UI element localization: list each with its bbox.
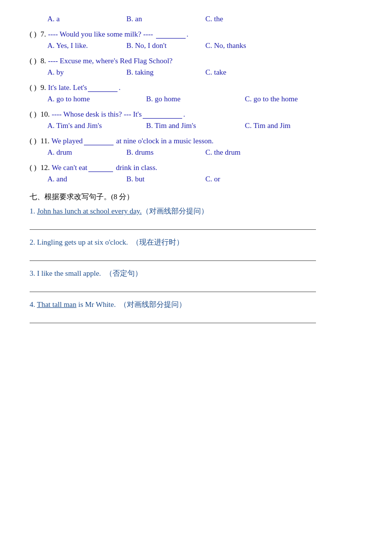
rewrite-1: 1. John has lunch at school every day.（对… <box>30 207 362 230</box>
rewrite-3-question: 3. I like the small apple.（否定句） <box>30 269 362 278</box>
question-7-block: ( ) 7. ---- Would you like some milk? --… <box>30 30 362 50</box>
q7-text: ---- Would you like some milk? ---- . <box>48 30 362 39</box>
q8-num: 8. <box>40 57 46 65</box>
rewrite-4-answer-line <box>30 313 316 323</box>
q9-text: It's late. Let's. <box>48 84 362 92</box>
rewrite-3: 3. I like the small apple.（否定句） <box>30 269 362 292</box>
q7-options: A. Yes, I like. B. No, I don't C. No, th… <box>30 42 362 50</box>
option-C: C. the <box>205 15 284 23</box>
question-10-line: ( ) 10. ---- Whose desk is this? --- It'… <box>30 110 362 119</box>
q12-num: 12. <box>40 164 50 172</box>
q9-options: A. go to home B. go home C. go to the ho… <box>30 95 362 103</box>
rewrite-2-answer-line <box>30 251 316 261</box>
q9-optB: B. go home <box>146 95 245 103</box>
rewrite-4-question: 4. That tall man is Mr White.（对画线部分提问） <box>30 300 362 309</box>
question-9-line: ( ) 9. It's late. Let's. <box>30 84 362 92</box>
q12-optA: A. and <box>47 175 126 183</box>
rewrite-2-instruction: （现在进行时） <box>132 238 184 246</box>
q12-optC: C. or <box>205 175 284 183</box>
rewrite-2-text: Lingling gets up at six o'clock. <box>37 238 128 246</box>
q8-optC: C. take <box>205 68 284 77</box>
rewrite-4: 4. That tall man is Mr White.（对画线部分提问） <box>30 300 362 323</box>
q11-parens: ( ) <box>30 137 39 145</box>
rewrite-2-question: 2. Lingling gets up at six o'clock.（现在进行… <box>30 238 362 247</box>
question-10-block: ( ) 10. ---- Whose desk is this? --- It'… <box>30 110 362 130</box>
question-11-line: ( ) 11. We played at nine o'clock in a m… <box>30 137 362 145</box>
q8-options: A. by B. taking C. take <box>30 68 362 77</box>
section7-title: 七、根据要求改写句子。(8 分） <box>30 192 362 202</box>
q7-optB: B. No, I don't <box>126 42 205 50</box>
q12-text: We can't eat drink in class. <box>52 164 362 172</box>
q11-optC: C. the drum <box>205 148 284 157</box>
q7-optA: A. Yes, I like. <box>47 42 126 50</box>
rewrite-4-text2: is Mr White. <box>77 300 116 308</box>
q10-text: ---- Whose desk is this? --- It's. <box>52 110 362 119</box>
option-A: A. a <box>47 15 126 23</box>
rewrite-3-answer-line <box>30 282 316 292</box>
q8-text: ---- Excuse me, where's Red Flag School? <box>48 57 362 65</box>
q9-optC: C. go to the home <box>245 95 344 103</box>
q7-parens: ( ) <box>30 30 39 39</box>
q10-optC: C. Tim and Jim <box>245 122 324 130</box>
q10-optA: A. Tim's and Jim's <box>47 122 146 130</box>
q9-num: 9. <box>40 84 46 92</box>
question-7-line: ( ) 7. ---- Would you like some milk? --… <box>30 30 362 39</box>
q11-num: 11. <box>40 137 49 145</box>
q8-optB: B. taking <box>126 68 205 77</box>
question-8-line: ( ) 8. ---- Excuse me, where's Red Flag … <box>30 57 362 65</box>
rewrite-1-text: John has lunch at school every day. <box>37 207 142 215</box>
rewrite-1-instruction: （对画线部分提问） <box>142 207 208 215</box>
q11-optB: B. drums <box>126 148 205 157</box>
rewrite-3-num: 3. <box>30 269 37 277</box>
rewrite-4-text: That tall man <box>37 300 77 308</box>
q11-optA: A. drum <box>47 148 126 157</box>
q11-text: We played at nine o'clock in a music les… <box>51 137 362 145</box>
q12-options: A. and B. but C. or <box>30 175 362 183</box>
q12-parens: ( ) <box>30 164 39 172</box>
q12-optB: B. but <box>126 175 205 183</box>
rewrite-2: 2. Lingling gets up at six o'clock.（现在进行… <box>30 238 362 261</box>
question-9-block: ( ) 9. It's late. Let's. A. go to home B… <box>30 84 362 103</box>
intro-options-line: A. a B. an C. the <box>30 15 362 23</box>
q10-optB: B. Tim and Jim's <box>146 122 245 130</box>
q10-options: A. Tim's and Jim's B. Tim and Jim's C. T… <box>30 122 362 130</box>
rewrite-1-question: 1. John has lunch at school every day.（对… <box>30 207 362 216</box>
q10-num: 10. <box>40 110 50 119</box>
q7-optC: C. No, thanks <box>205 42 284 50</box>
q11-options: A. drum B. drums C. the drum <box>30 148 362 157</box>
question-12-line: ( ) 12. We can't eat drink in class. <box>30 164 362 172</box>
question-11-block: ( ) 11. We played at nine o'clock in a m… <box>30 137 362 157</box>
option-B: B. an <box>126 15 205 23</box>
question-8-block: ( ) 8. ---- Excuse me, where's Red Flag … <box>30 57 362 77</box>
rewrite-1-num: 1. <box>30 207 37 215</box>
rewrite-3-instruction: （否定句） <box>105 269 142 277</box>
q9-optA: A. go to home <box>47 95 146 103</box>
rewrite-4-num: 4. <box>30 300 37 308</box>
q10-parens: ( ) <box>30 110 39 119</box>
rewrite-1-answer-line <box>30 220 316 230</box>
question-12-block: ( ) 12. We can't eat drink in class. A. … <box>30 164 362 183</box>
rewrite-3-text: I like the small apple. <box>37 269 101 277</box>
q8-optA: A. by <box>47 68 126 77</box>
rewrite-4-instruction: （对画线部分提问） <box>119 300 186 308</box>
intro-options-block: A. a B. an C. the <box>30 15 362 23</box>
rewrite-2-num: 2. <box>30 238 37 246</box>
q9-parens: ( ) <box>30 84 39 92</box>
q8-parens: ( ) <box>30 57 39 65</box>
q7-num: 7. <box>40 30 46 39</box>
